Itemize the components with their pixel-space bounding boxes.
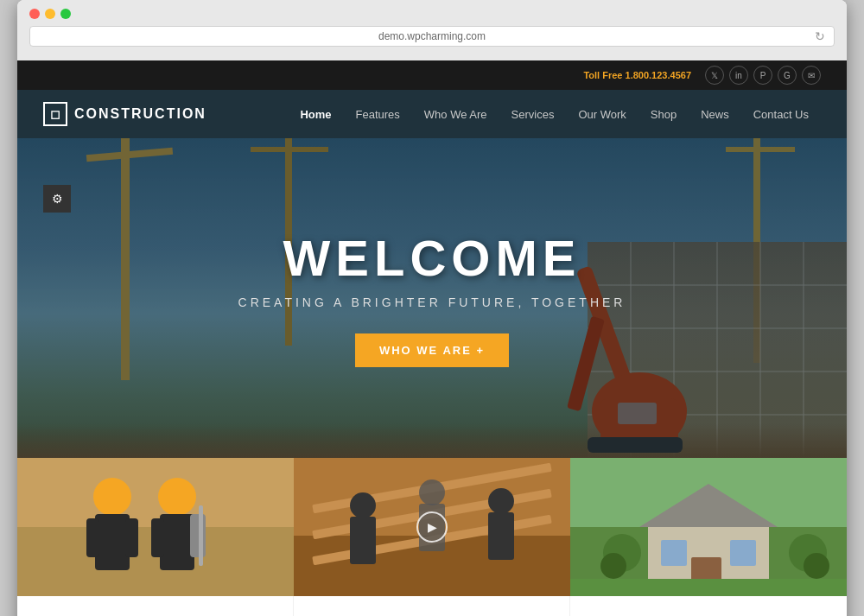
url-text: demo.wpcharming.com — [378, 30, 486, 42]
minimize-button[interactable] — [45, 9, 55, 19]
nav-item-home[interactable]: Home — [288, 101, 343, 128]
card-green-body: The Green Building Green construction re… — [570, 596, 847, 616]
toll-free-label: Toll Free — [583, 70, 622, 80]
svg-rect-48 — [570, 579, 847, 596]
toll-free-info: Toll Free 1.800.123.4567 — [583, 70, 691, 80]
main-navbar: ◻ CONSTRUCTION Home Features Who We Are … — [17, 90, 847, 138]
address-bar[interactable]: demo.wpcharming.com ↻ — [29, 26, 835, 47]
cards-section: Best House Renovation Constructor explai… — [17, 458, 847, 616]
googleplus-icon[interactable]: G — [778, 66, 797, 85]
site-wrapper: Toll Free 1.800.123.4567 𝕏 in P G ✉ ⚙ ◻ … — [17, 60, 847, 616]
svg-rect-25 — [199, 505, 203, 566]
svg-rect-23 — [151, 518, 164, 557]
logo-text: CONSTRUCTION — [74, 106, 206, 122]
nav-item-ourwork[interactable]: Our Work — [566, 101, 638, 128]
settings-icon[interactable]: ⚙ — [43, 185, 71, 213]
hero-subtitle: CREATING A BRIGHTER FUTURE, TOGETHER — [238, 295, 626, 309]
browser-window: demo.wpcharming.com ↻ Toll Free 1.800.12… — [17, 0, 847, 616]
svg-rect-42 — [730, 540, 756, 566]
nav-link-ourwork[interactable]: Our Work — [566, 101, 638, 128]
svg-rect-24 — [190, 514, 206, 557]
close-button[interactable] — [29, 9, 40, 19]
svg-point-21 — [158, 478, 196, 516]
email-icon[interactable]: ✉ — [802, 66, 821, 85]
social-icons-group: 𝕏 in P G ✉ — [705, 66, 821, 85]
card-teamwork-image: ▶ — [294, 458, 570, 596]
nav-item-features[interactable]: Features — [344, 101, 412, 128]
play-button-teamwork[interactable]: ▶ — [416, 511, 448, 543]
svg-rect-32 — [350, 517, 376, 564]
nav-links: Home Features Who We Are Services Our Wo… — [288, 101, 821, 128]
svg-point-46 — [600, 553, 626, 579]
nav-item-news[interactable]: News — [689, 101, 741, 128]
nav-item-contactus[interactable]: Contact Us — [741, 101, 821, 128]
svg-point-17 — [93, 478, 131, 516]
svg-point-31 — [350, 492, 376, 518]
nav-item-services[interactable]: Services — [499, 101, 567, 128]
hero-cta-button[interactable]: WHO WE ARE + — [355, 333, 509, 367]
refresh-icon[interactable]: ↻ — [815, 29, 825, 43]
card-teamwork-body: The Effective Teamwork As the general co… — [294, 596, 570, 616]
nav-item-shop[interactable]: Shop — [638, 101, 689, 128]
svg-point-33 — [419, 479, 445, 505]
nav-link-news[interactable]: News — [689, 101, 741, 128]
svg-point-47 — [804, 553, 829, 579]
twitter-icon[interactable]: 𝕏 — [705, 66, 724, 85]
hero-content: WELCOME CREATING A BRIGHTER FUTURE, TOGE… — [238, 229, 626, 367]
svg-rect-19 — [86, 518, 99, 557]
browser-chrome: demo.wpcharming.com ↻ — [17, 0, 847, 60]
svg-rect-22 — [160, 514, 194, 570]
card-renovation-body: Best House Renovation Constructor explai… — [17, 596, 294, 616]
svg-rect-41 — [661, 540, 687, 566]
browser-buttons — [29, 9, 835, 19]
nav-link-features[interactable]: Features — [344, 101, 412, 128]
svg-rect-18 — [95, 514, 130, 570]
nav-link-contactus[interactable]: Contact Us — [741, 101, 821, 128]
svg-point-35 — [488, 488, 514, 514]
logo-icon: ◻ — [43, 102, 67, 126]
hero-section: WELCOME CREATING A BRIGHTER FUTURE, TOGE… — [17, 138, 847, 458]
card-renovation: Best House Renovation Constructor explai… — [17, 458, 294, 616]
card-green: The Green Building Green construction re… — [570, 458, 847, 616]
card-green-image — [570, 458, 847, 596]
logo: ◻ CONSTRUCTION — [43, 102, 206, 126]
phone-number: 1.800.123.4567 — [626, 70, 691, 80]
pinterest-icon[interactable]: P — [753, 66, 772, 85]
nav-item-whoweare[interactable]: Who We Are — [412, 101, 499, 128]
nav-link-services[interactable]: Services — [499, 101, 567, 128]
maximize-button[interactable] — [60, 9, 71, 19]
card-teamwork: ▶ The Effective Teamwork As the general … — [294, 458, 570, 616]
svg-rect-36 — [488, 512, 514, 560]
nav-link-shop[interactable]: Shop — [638, 101, 689, 128]
hero-title: WELCOME — [238, 229, 626, 287]
linkedin-icon[interactable]: in — [729, 66, 748, 85]
navbar-wrapper: ⚙ ◻ CONSTRUCTION Home Features Who We Ar… — [17, 90, 847, 138]
nav-link-whoweare[interactable]: Who We Are — [412, 101, 499, 128]
browser-tabs — [29, 54, 835, 60]
top-bar: Toll Free 1.800.123.4567 𝕏 in P G ✉ — [17, 60, 847, 90]
svg-rect-20 — [125, 518, 138, 557]
card-renovation-image — [17, 458, 294, 596]
nav-link-home[interactable]: Home — [288, 101, 343, 128]
